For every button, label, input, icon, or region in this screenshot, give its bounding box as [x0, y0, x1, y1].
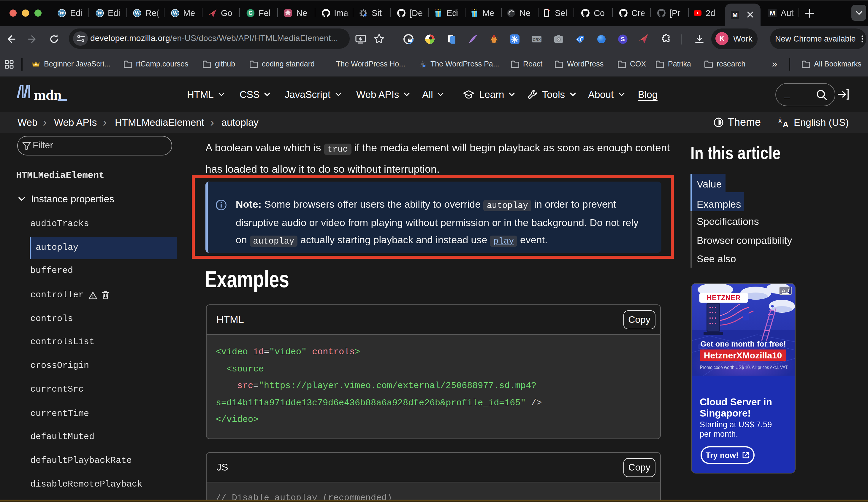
svg-text:M: M [732, 11, 738, 18]
svg-text:S: S [621, 36, 624, 42]
svg-text:M: M [770, 10, 775, 17]
svg-text:W: W [172, 10, 178, 16]
svg-text:W: W [59, 10, 65, 16]
svg-text:G: G [248, 10, 252, 16]
svg-text:ẋ: ẋ [778, 117, 782, 124]
svg-text:CRX: CRX [533, 38, 540, 42]
svg-text:W: W [97, 10, 102, 16]
svg-text:A: A [783, 120, 788, 128]
svg-text:W: W [134, 10, 140, 16]
